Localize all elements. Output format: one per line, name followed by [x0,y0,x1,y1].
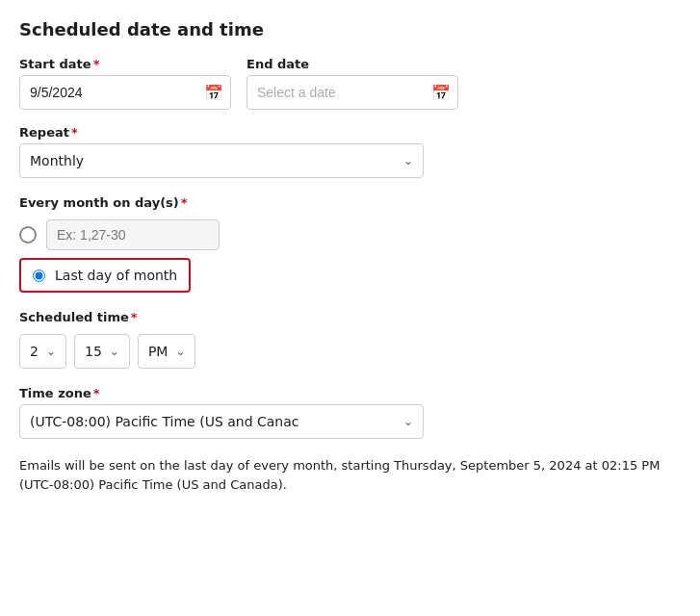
last-day-option: Last day of month [19,258,191,293]
hour-select[interactable]: 2 ⌄ [19,334,66,369]
end-date-label: End date [246,57,458,71]
days-input-field[interactable] [46,219,220,250]
days-input-option [19,219,681,250]
time-row: 2 ⌄ 15 ⌄ PM ⌄ [19,334,681,369]
minute-value: 15 [85,344,102,359]
minute-select[interactable]: 15 ⌄ [74,334,130,369]
repeat-value: Monthly [30,153,84,168]
start-date-calendar-icon[interactable]: 📅 [204,84,223,102]
scheduled-time-label: Scheduled time * [19,310,681,324]
minute-chevron-icon: ⌄ [110,345,119,358]
start-date-label: Start date * [19,57,231,71]
end-date-input[interactable] [257,85,426,100]
end-date-calendar-icon[interactable]: 📅 [431,84,451,102]
ampm-value: PM [148,344,169,359]
repeat-chevron-icon: ⌄ [403,154,413,167]
timezone-required: * [93,386,100,400]
end-date-input-wrapper[interactable]: 📅 [246,75,458,110]
repeat-select[interactable]: Monthly ⌄ [19,143,424,178]
scheduled-time-required: * [131,310,138,324]
ampm-chevron-icon: ⌄ [175,345,185,358]
hour-chevron-icon: ⌄ [46,345,56,358]
hour-value: 2 [30,344,39,359]
days-input-radio[interactable] [19,226,37,244]
last-day-label: Last day of month [55,268,177,283]
every-month-required: * [181,195,188,210]
timezone-value: (UTC-08:00) Pacific Time (US and Canac [30,414,299,429]
timezone-label: Time zone * [19,386,681,400]
start-date-input[interactable] [30,85,198,100]
timezone-chevron-icon: ⌄ [403,415,413,428]
start-date-input-wrapper[interactable]: 📅 [19,75,231,110]
ampm-select[interactable]: PM ⌄ [138,334,196,369]
info-text: Emails will be sent on the last day of e… [19,456,681,494]
page-title: Scheduled date and time [19,19,681,39]
start-date-required: * [93,57,100,71]
last-day-radio[interactable] [33,270,45,282]
repeat-label: Repeat * [19,125,424,140]
repeat-required: * [71,125,78,140]
timezone-select[interactable]: (UTC-08:00) Pacific Time (US and Canac ⌄ [19,404,424,439]
radio-group: Last day of month [19,219,681,293]
every-month-label: Every month on day(s) * [19,195,681,210]
